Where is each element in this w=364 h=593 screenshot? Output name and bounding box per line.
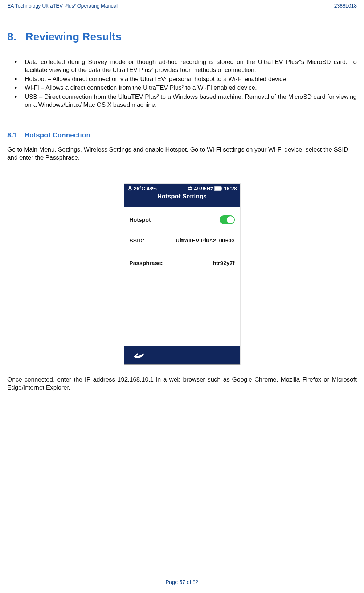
section-label: Reviewing Results bbox=[25, 31, 122, 43]
hotspot-row: Hotspot bbox=[130, 215, 235, 224]
status-bar: 26°C 48% 49.95Hz 16:28 bbox=[124, 184, 240, 191]
status-percent: 48% bbox=[147, 186, 157, 191]
mic-icon bbox=[127, 186, 132, 191]
status-time: 16:28 bbox=[224, 186, 237, 191]
status-temp: 26°C bbox=[134, 186, 145, 191]
device-header: 26°C 48% 49.95Hz 16:28 Hotspot Settings bbox=[124, 184, 240, 207]
section-number: 8. bbox=[7, 31, 16, 43]
passphrase-value: htr92y7f bbox=[213, 260, 234, 266]
device-screenshot: 26°C 48% 49.95Hz 16:28 Hotspot Settings bbox=[124, 184, 240, 365]
bullet-list: Data collected during Survey mode or tho… bbox=[7, 58, 357, 109]
device-footer bbox=[124, 346, 240, 364]
ssid-row: SSID: UltraTEV-Plus2_00603 bbox=[130, 237, 235, 244]
list-item: Data collected during Survey mode or tho… bbox=[25, 58, 357, 74]
list-item: USB – Direct connection from the UltraTE… bbox=[25, 93, 357, 109]
screen-title: Hotspot Settings bbox=[124, 191, 240, 203]
passphrase-row: Passphrase: htr92y7f bbox=[130, 260, 235, 266]
list-item: Wi-Fi – Allows a direct connection from … bbox=[25, 84, 357, 92]
section-heading: 8. Reviewing Results bbox=[7, 31, 357, 43]
back-icon[interactable] bbox=[133, 351, 146, 360]
paragraph: Once connected, enter the IP address 192… bbox=[7, 376, 357, 392]
ssid-label: SSID: bbox=[130, 237, 144, 244]
subsection-heading: 8.1 Hotspot Connection bbox=[7, 131, 357, 139]
header-left: EA Technology UltraTEV Plus² Operating M… bbox=[7, 3, 118, 9]
list-item: Hotspot – Allows direct connection via t… bbox=[25, 75, 357, 83]
page-footer: Page 57 of 82 bbox=[0, 579, 364, 585]
hotspot-toggle[interactable] bbox=[220, 215, 235, 224]
svg-rect-1 bbox=[215, 187, 221, 190]
header-right: 2388L018 bbox=[334, 3, 357, 9]
ssid-value: UltraTEV-Plus2_00603 bbox=[176, 237, 235, 244]
sync-icon bbox=[187, 186, 193, 191]
passphrase-label: Passphrase: bbox=[130, 260, 163, 266]
status-hz: 49.95Hz bbox=[194, 186, 213, 191]
subsection-label: Hotspot Connection bbox=[25, 131, 91, 139]
subsection-number: 8.1 bbox=[7, 131, 17, 139]
page-header: EA Technology UltraTEV Plus² Operating M… bbox=[7, 3, 357, 9]
paragraph: Go to Main Menu, Settings, Wireless Sett… bbox=[7, 146, 357, 162]
hotspot-label: Hotspot bbox=[130, 217, 151, 223]
device-body: Hotspot SSID: UltraTEV-Plus2_00603 Passp… bbox=[124, 207, 240, 346]
svg-rect-2 bbox=[221, 188, 222, 189]
battery-icon bbox=[214, 186, 222, 191]
